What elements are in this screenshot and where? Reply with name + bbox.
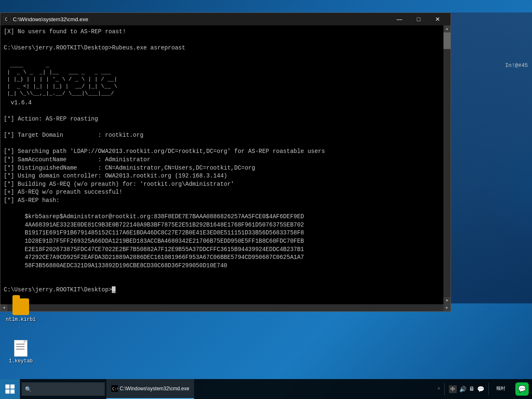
scroll-track-h <box>7 304 443 311</box>
network-icon[interactable]: 🖥 <box>469 386 475 392</box>
desktop-icon-keytab[interactable]: 1.keytab <box>4 338 37 366</box>
cmd-window: C C:\Windows\system32\cmd.exe — □ ✕ [X] … <box>0 12 451 312</box>
ime-icon[interactable]: 中 <box>449 385 457 393</box>
close-button[interactable]: ✕ <box>428 13 447 25</box>
cmd-vertical-scrollbar[interactable]: ▲ ▼ <box>443 25 451 304</box>
cmd-titlebar: C C:\Windows\system32\cmd.exe — □ ✕ <box>0 13 451 25</box>
taskbar-clock[interactable]: 顺时 <box>493 386 509 392</box>
svg-text:C:\: C:\ <box>112 387 118 391</box>
taskbar-search[interactable]: 🔍 <box>22 382 105 396</box>
search-placeholder: 🔍 <box>25 386 32 392</box>
hash-line-3: B19171E691F91B6791485152C117A6E1BDA46DC8… <box>4 229 440 237</box>
scroll-track <box>443 32 451 297</box>
cmd-title-text: C:\Windows\system32\cmd.exe <box>13 16 390 22</box>
taskbar-item-cmd[interactable]: C:\ C:\Windows\system32\cmd.exe <box>106 379 194 399</box>
icon-label-ntlm: ntlm.kirbi <box>6 317 36 323</box>
prompt-line: C:\Users\jerry.ROOTKIT\Desktop>_ <box>4 286 440 294</box>
volume-icon[interactable]: 🔊 <box>459 386 466 393</box>
scroll-thumb[interactable] <box>443 32 451 49</box>
cmd-content-area: [X] No users found to AS-REP roast! C:\U… <box>0 25 451 304</box>
svg-rect-2 <box>5 384 10 389</box>
scroll-right-arrow[interactable]: ► <box>443 304 451 311</box>
blank-line-3 <box>4 140 440 148</box>
output-line-4 <box>4 52 440 61</box>
build-line: [*] Building AS-REQ (w/o preauth) for: '… <box>4 180 440 189</box>
cmd-body[interactable]: [X] No users found to AS-REP roast! C:\U… <box>0 25 443 304</box>
right-panel: In!@#45 <box>451 12 532 303</box>
hash-line-4: 1D28E91D7F5FF269325A66DDA1219BED183ACCBA… <box>4 237 440 246</box>
cmd-taskbar-icon: C:\ <box>111 385 118 392</box>
sam-line: [*] SamAccountName : Administrator <box>4 156 440 164</box>
dn-line: [*] DistinguishedName : CN=Administrator… <box>4 164 440 172</box>
blank-line-4 <box>4 205 440 213</box>
svg-rect-5 <box>10 389 15 394</box>
taskbar: 🔍 C:\ C:\Windows\system32\cmd.exe ^ 中 🔊 … <box>0 379 532 399</box>
hash-line-2: 4AA68391AE3323E0DE81C9B3E0B722140A9B3BF7… <box>4 221 440 229</box>
tray-chevron[interactable]: ^ <box>437 387 440 392</box>
icon-label-keytab: 1.keytab <box>9 358 33 364</box>
scroll-down-arrow[interactable]: ▼ <box>443 297 451 304</box>
wechat-symbol: 💬 <box>518 385 526 393</box>
folder-icon <box>12 298 29 315</box>
cmd-controls: — □ ✕ <box>390 13 447 25</box>
minimize-button[interactable]: — <box>390 13 409 25</box>
asreq-line: [+] AS-REQ w/o preauth successful! <box>4 188 440 197</box>
tray-divider <box>444 383 445 395</box>
windows-logo-icon <box>5 384 15 394</box>
action-line: [*] Action: AS-REP roasting <box>4 115 440 123</box>
hash-line-7: 58F3B56880AEDC321D9A133892D196CBE8CD30C6… <box>4 262 440 270</box>
svg-rect-4 <box>5 389 10 394</box>
hash-line-1: $krb5asrep$Administrator@rootkit.org:838… <box>4 213 440 221</box>
blank-line-2 <box>4 123 440 132</box>
taskbar-item-wechat[interactable]: 💬 <box>512 379 532 399</box>
dc-line: [*] Using domain controller: OWA2013.roo… <box>4 172 440 180</box>
target-line: [*] Target Domain : rootkit.org <box>4 131 440 140</box>
cmd-title-icon: C <box>4 16 10 22</box>
svg-text:C: C <box>5 17 7 22</box>
action-center-icon[interactable]: 💬 <box>477 386 484 393</box>
clock-time: 顺时 <box>496 386 505 392</box>
output-line-1: [X] No users found to AS-REP roast! <box>4 28 440 36</box>
desktop-icon-ntlm[interactable]: ntlm.kirbi <box>4 297 37 324</box>
cursor: _ <box>112 286 115 293</box>
document-icon <box>14 340 27 357</box>
blank-line-5 <box>4 270 440 278</box>
wechat-icon: 💬 <box>515 382 529 396</box>
maximize-button[interactable]: □ <box>409 13 428 25</box>
desktop: In!@#45 C C:\Windows\system32\cmd.exe — … <box>0 0 532 399</box>
prompt-text: C:\Users\jerry.ROOTKIT\Desktop> <box>4 286 112 293</box>
system-tray: ^ 中 🔊 🖥 💬 顺时 <box>434 383 512 395</box>
hash-line-6: 47292CE7A9CD925F2EAFDA3D21889A2886DEC161… <box>4 254 440 262</box>
start-button[interactable] <box>0 379 20 399</box>
rubeus-ascii-art: ____ _ | _ \ _ _| |__ ___ _ _ ___ | |_) … <box>4 62 440 97</box>
output-line-2 <box>4 36 440 44</box>
search-line: [*] Searching path 'LDAP://OWA2013.rootk… <box>4 148 440 156</box>
right-panel-text: In!@#45 <box>505 62 532 69</box>
hash-line-5: E2E18F202673875FDC47CE7022E2BF7B50882A7F… <box>4 246 440 254</box>
svg-rect-3 <box>10 384 15 389</box>
scroll-up-arrow[interactable]: ▲ <box>443 25 451 32</box>
cmd-horizontal-scrollbar[interactable]: ◄ ► <box>0 304 451 311</box>
taskbar-item-cmd-label: C:\Windows\system32\cmd.exe <box>120 386 189 392</box>
blank-line-1 <box>4 107 440 115</box>
blank-line-6 <box>4 278 440 286</box>
version-line: v1.6.4 <box>4 99 440 107</box>
output-line-3: C:\Users\jerry.ROOTKIT\Desktop>Rubeus.ex… <box>4 44 440 52</box>
tray-divider-2 <box>488 383 489 395</box>
asrep-line: [*] AS-REP hash: <box>4 197 440 205</box>
